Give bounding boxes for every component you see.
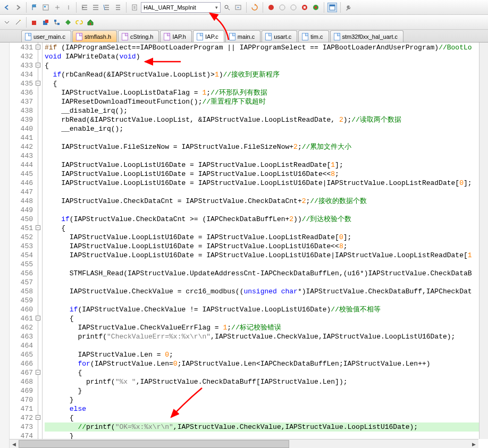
code-line[interactable]: IAPStructValue.FileSizeNow = IAPStructVa… [45, 142, 488, 151]
uncomment-icon[interactable] [113, 3, 123, 12]
code-line[interactable]: printf("CheckValueErr=%x:%x\r\n",IAPStru… [45, 332, 488, 341]
code-line[interactable]: IAPStructValue.CheckValueErrFlag = 1;//标… [45, 323, 488, 332]
code-line[interactable] [45, 296, 488, 305]
code-line[interactable]: STMFLASH_Read(IAPStructValue.UpdateAddre… [45, 269, 488, 278]
tab-tim-c[interactable]: tim.c [298, 30, 329, 42]
code-line[interactable]: { [45, 314, 488, 323]
link-icon[interactable] [74, 18, 84, 27]
code-line[interactable]: IAPStructValue.Len = 0; [45, 350, 488, 359]
code-line[interactable] [45, 188, 488, 197]
code-line[interactable] [45, 206, 488, 215]
svg-rect-16 [45, 20, 48, 23]
back-icon[interactable] [2, 3, 12, 12]
tab-main-c[interactable]: main.c [225, 30, 260, 42]
fold-toggle[interactable]: − [36, 225, 40, 230]
code-line[interactable]: IAPStructValue.LoopListU16Date = IAPStru… [45, 242, 488, 251]
tab-usart-c[interactable]: usart.c [262, 30, 297, 42]
record-icon[interactable] [266, 3, 276, 12]
code-area[interactable]: #if (IAPProgramSelect==IAPBootLoaderProg… [43, 43, 488, 448]
stop-icon[interactable] [277, 3, 287, 12]
forward-icon[interactable] [13, 3, 23, 12]
doc-icon[interactable] [130, 3, 139, 12]
code-line[interactable] [45, 260, 488, 269]
play-macro-icon[interactable] [311, 3, 321, 12]
wrench-icon[interactable] [344, 3, 354, 12]
refresh-icon[interactable] [250, 3, 259, 12]
expand-icon[interactable] [2, 18, 12, 27]
fold-toggle[interactable]: − [36, 316, 40, 320]
toggle-bookmark-icon[interactable] [41, 3, 51, 12]
code-line[interactable]: else [45, 404, 488, 413]
next-bookmark-icon[interactable] [63, 3, 73, 12]
scroll-left-icon[interactable]: ◀ [10, 439, 19, 448]
code-line[interactable]: IAPResetDownloadTimeoutFunction();//重置程序… [45, 97, 488, 106]
tab-cString-h[interactable]: cString.h [118, 30, 159, 42]
tab-stmflash-h[interactable]: stmflash.h [72, 30, 117, 42]
code-line[interactable] [45, 278, 488, 287]
tab-IAP-c[interactable]: IAP.c [193, 30, 224, 42]
prev-bookmark-icon[interactable] [52, 3, 62, 12]
code-line[interactable]: IAPStructValue.CheckDataCnt = IAPStructV… [45, 197, 488, 206]
fold-toggle[interactable]: − [36, 81, 40, 86]
code-line[interactable]: { [45, 61, 488, 70]
code-line[interactable]: { [45, 224, 488, 233]
scroll-track[interactable] [19, 439, 469, 448]
fold-toggle[interactable]: − [36, 370, 40, 375]
find-icon[interactable] [222, 3, 232, 12]
vertical-scrollbar[interactable] [479, 43, 488, 439]
fold-toggle[interactable]: − [36, 415, 40, 420]
code-line[interactable]: __disable_irq(); [45, 106, 488, 115]
red-block-icon[interactable] [30, 18, 39, 27]
window-icon[interactable] [327, 3, 337, 12]
scroll-thumb[interactable] [19, 440, 289, 448]
code-line[interactable]: { [45, 413, 488, 422]
flag-icon[interactable] [30, 3, 39, 12]
outdent-icon[interactable] [91, 3, 100, 12]
blue-block-icon[interactable] [41, 18, 51, 27]
find-next-icon[interactable] [233, 3, 243, 12]
code-line[interactable] [45, 341, 488, 350]
fold-toggle[interactable]: − [36, 45, 40, 49]
scroll-right-icon[interactable]: ▶ [469, 439, 478, 448]
comment-icon[interactable] [102, 3, 112, 12]
code-line[interactable]: } [45, 395, 488, 404]
code-line[interactable]: void IAPWriteData(void) [45, 52, 488, 61]
house-icon[interactable] [86, 18, 95, 27]
code-line[interactable]: #if (IAPProgramSelect==IAPBootLoaderProg… [45, 43, 488, 52]
diamond-icon[interactable] [63, 18, 73, 27]
record-stop-icon[interactable] [300, 3, 309, 12]
code-line[interactable]: { [45, 368, 488, 377]
code-editor[interactable]: 4314324334344354364374384394404414424434… [10, 43, 488, 448]
code-line[interactable] [45, 133, 488, 142]
code-line[interactable]: //printf("OK=%x:%x\r\n",IAPStructValue.C… [45, 422, 488, 432]
code-line[interactable]: IAPStructValue.LoopListU16Date = IAPStru… [45, 170, 488, 179]
code-line[interactable]: rbRead(&IAPStructValue.LoopList, &IAPStr… [45, 115, 488, 124]
file-icon [197, 33, 203, 40]
code-line[interactable]: IAPStructValue.LoopListU16Date = IAPStru… [45, 251, 488, 260]
code-line[interactable]: __enable_irq(); [45, 124, 488, 133]
code-line[interactable]: } [45, 386, 488, 395]
code-line[interactable]: if(IAPStructValue.CheckDataCnt >= (IAPCh… [45, 215, 488, 224]
fold-column[interactable]: −−−−−−− [35, 43, 43, 448]
code-line[interactable]: if(IAPStructValue.CheckValue != IAPStruc… [45, 305, 488, 314]
code-line[interactable]: IAPStructValue.LoopListU16Date = IAPStru… [45, 160, 488, 170]
code-line[interactable]: IAPStructValue.LoopListDataFlag = 1;//环形… [45, 88, 488, 97]
code-line[interactable]: printf("%x ",IAPStructValue.CheckDataBuf… [45, 377, 488, 386]
code-line[interactable]: IAPStructValue.LoopListU16Date = IAPStru… [45, 233, 488, 242]
code-line[interactable] [45, 151, 488, 160]
function-combo[interactable]: HAL_UART_MspInit [141, 2, 221, 13]
code-line[interactable]: for(IAPStructValue.Len=0;IAPStructValue.… [45, 359, 488, 368]
tab-IAP-h[interactable]: IAP.h [160, 30, 192, 42]
indent-icon[interactable] [80, 3, 89, 12]
code-line[interactable]: IAPStructValue.CheckValue = crc16_modbus… [45, 287, 488, 296]
code-line[interactable]: if(rbCanRead(&IAPStructValue.LoopList)>1… [45, 70, 488, 79]
fold-toggle[interactable]: − [36, 63, 40, 67]
code-line[interactable]: IAPStructValue.LoopListU16Date = IAPStru… [45, 179, 488, 188]
wand-icon[interactable] [13, 18, 23, 27]
code-line[interactable]: { [45, 79, 488, 88]
pause-icon[interactable] [289, 3, 298, 12]
tab-user_main-c[interactable]: user_main.c [21, 30, 71, 42]
tab-stm32f0xx_hal_uart-c[interactable]: stm32f0xx_hal_uart.c [330, 30, 404, 42]
tree-icon[interactable] [52, 18, 62, 27]
horizontal-scrollbar[interactable]: ◀ ▶ [10, 439, 478, 448]
